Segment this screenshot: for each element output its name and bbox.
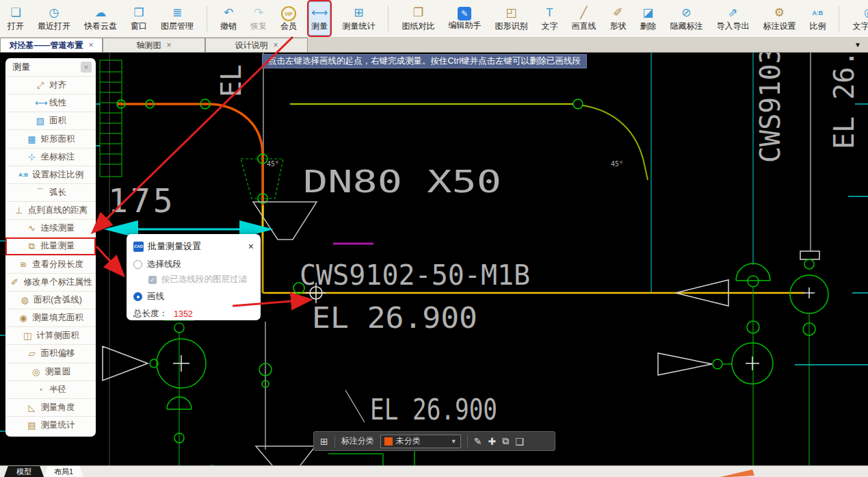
tab-close-icon[interactable]: × bbox=[166, 40, 171, 50]
toolbar-button-layer-manager[interactable]: ≣图层管理 bbox=[159, 1, 196, 36]
toolbar-button-label: 图纸对比 bbox=[402, 21, 434, 31]
sheet-tab-2[interactable]: 布局1 bbox=[44, 466, 83, 477]
toolbar-button-label: 打开 bbox=[8, 21, 24, 31]
cloud-disk-icon: ☁ bbox=[95, 6, 107, 21]
toolbar-button-vip[interactable]: VIP会员 bbox=[278, 1, 299, 36]
drawing-tab-3[interactable]: 设计说明× bbox=[205, 38, 308, 52]
annotation-scale-icon: A:B bbox=[18, 172, 29, 178]
point-to-line-distance-icon: ⊥ bbox=[14, 205, 25, 216]
tab-close-icon[interactable]: × bbox=[273, 40, 278, 50]
measure-panel-item-area[interactable]: ▨面积 bbox=[5, 112, 96, 129]
drawing-tab-label: 轴测图 bbox=[136, 40, 161, 51]
tab-close-icon[interactable]: × bbox=[88, 40, 93, 50]
delete-eraser-icon: ◪ bbox=[642, 6, 653, 21]
measure-panel-item-label: 测量填充面积 bbox=[32, 312, 83, 324]
toolbar-button-label: 测量 bbox=[311, 21, 328, 31]
total-length-value: 1352 bbox=[174, 309, 193, 319]
measure-panel-item-label: 测量圆 bbox=[45, 366, 71, 378]
copy-icon[interactable]: ⧉ bbox=[502, 435, 509, 447]
drawing-tab-1[interactable]: 对泾基——管道布置× bbox=[0, 38, 103, 52]
measure-panel-item-arc-length[interactable]: ⌒弧长 bbox=[5, 183, 96, 201]
toolbar-button-annotation-settings[interactable]: ⚙标注设置 bbox=[761, 1, 798, 36]
tab-list-dropdown-icon[interactable]: ▼ bbox=[854, 41, 868, 49]
toolbar-button-label: 会员 bbox=[280, 21, 297, 31]
sheet-tab-1[interactable]: 模型 bbox=[4, 466, 44, 477]
toolbar-button-import-export[interactable]: ⇗导入导出 bbox=[714, 1, 751, 36]
measure-panel-item-radius[interactable]: ◔半径 bbox=[5, 381, 96, 398]
measure-ruler-icon: ⟷ bbox=[311, 6, 328, 21]
measure-panel-item-continuous-measure[interactable]: ∿连续测量 bbox=[5, 219, 96, 237]
toolbar-items: ❏打开◷最近打开☁快看云盘❒窗口≣图层管理↶撤销↷恢复VIP会员⟷测量⊞测量统计… bbox=[0, 0, 868, 37]
toolbar-button-recent-clock[interactable]: ◷最近打开 bbox=[36, 1, 73, 36]
toolbar-button-shape-recognition[interactable]: ◰图形识别 bbox=[492, 1, 529, 36]
toolbar-button-window[interactable]: ❒窗口 bbox=[129, 1, 149, 36]
toolbar-button-edit-assistant[interactable]: ✎编辑助手 bbox=[446, 1, 483, 36]
category-dropdown[interactable]: 未分类 ▼ bbox=[380, 435, 461, 448]
annotation-category-bar: ⊞ 标注分类 未分类 ▼ ✎ ✚ ⧉ ❑ bbox=[313, 431, 555, 451]
toolbar-button-measure-stats[interactable]: ⊞测量统计 bbox=[340, 1, 377, 36]
option-draw-line[interactable]: 画线 bbox=[133, 291, 254, 302]
measure-panel-item-linear[interactable]: ⟷线性 bbox=[5, 94, 96, 112]
measure-panel-item-label: 面积 bbox=[49, 115, 66, 127]
measure-panel-item-annotation-scale[interactable]: A:B设置标注比例 bbox=[5, 166, 96, 183]
measure-panel-close-button[interactable]: × bbox=[81, 62, 92, 73]
radio-unchecked-icon[interactable] bbox=[133, 260, 142, 269]
toolbar-button-hide-annotation[interactable]: ⊘隐藏标注 bbox=[668, 1, 705, 36]
toolbar-button-drawing-compare[interactable]: ❐图纸对比 bbox=[399, 1, 436, 36]
measure-panel-item-area-with-arc[interactable]: ◍面积(含弧线) bbox=[5, 291, 96, 309]
checkbox-checked-icon[interactable]: ✓ bbox=[148, 276, 157, 284]
toolbar-button-draw-line[interactable]: ╱画直线 bbox=[569, 1, 598, 36]
toolbar-button-text-search[interactable]: ◎文字查找 bbox=[850, 1, 868, 36]
toolbar-button-shapes[interactable]: ✐形状 bbox=[607, 1, 628, 36]
shapes-icon: ✐ bbox=[613, 6, 622, 21]
dialog-title: 批量测量设置 bbox=[148, 240, 201, 253]
annotate-edit-icon[interactable]: ✎ bbox=[474, 436, 482, 447]
option-select-segment[interactable]: 选择线段 bbox=[133, 259, 254, 270]
radio-checked-icon[interactable] bbox=[133, 292, 142, 301]
align-icon: ⤢ bbox=[35, 80, 46, 91]
hide-annotation-icon: ⊘ bbox=[681, 6, 691, 21]
classification-grid-icon[interactable]: ⊞ bbox=[320, 436, 328, 447]
area-offset-icon: ▱ bbox=[27, 348, 38, 359]
toolbar-button-label: 画直线 bbox=[571, 21, 596, 31]
main-toolbar: ❏打开◷最近打开☁快看云盘❒窗口≣图层管理↶撤销↷恢复VIP会员⟷测量⊞测量统计… bbox=[0, 0, 868, 38]
label-pipe-id: CWS9102-50-M1B bbox=[300, 259, 530, 291]
measure-panel-item-fill-area-measure[interactable]: ◉测量填充面积 bbox=[5, 309, 96, 326]
paste-icon[interactable]: ❑ bbox=[515, 436, 524, 447]
toolbar-button-label: 撤销 bbox=[220, 21, 237, 31]
area-with-arc-icon: ◍ bbox=[19, 295, 30, 305]
measure-panel-item-align[interactable]: ⤢对齐 bbox=[5, 76, 96, 94]
toolbar-button-redo[interactable]: ↷恢复 bbox=[248, 1, 269, 36]
toolbar-button-folder-open[interactable]: ❏打开 bbox=[5, 1, 26, 36]
move-icon[interactable]: ✚ bbox=[488, 436, 496, 447]
drawing-tab-2[interactable]: 轴测图× bbox=[103, 38, 205, 52]
measure-panel-item-batch-measure[interactable]: ⧉批量测量 bbox=[5, 237, 96, 255]
fill-area-measure-icon: ◉ bbox=[18, 313, 29, 323]
text-icon: T bbox=[546, 6, 553, 21]
toolbar-button-cloud-disk[interactable]: ☁快看云盘 bbox=[82, 1, 119, 36]
measure-panel-item-point-to-line-distance[interactable]: ⊥点到直线的距离 bbox=[5, 201, 96, 219]
measure-panel-item-modify-single-annotation[interactable]: ✐修改单个标注属性 bbox=[5, 273, 96, 291]
option-layer-filter[interactable]: ✓ 按已选线段的图层过滤 bbox=[148, 274, 254, 285]
label-riser-id: CWS9103 bbox=[754, 47, 786, 163]
measure-panel-item-view-segment-length[interactable]: ≋查看分段长度 bbox=[5, 255, 96, 273]
dialog-close-button[interactable]: × bbox=[248, 241, 254, 252]
toolbar-button-measure-ruler[interactable]: ⟷测量 bbox=[308, 1, 330, 36]
measure-panel-item-area-offset[interactable]: ▱面积偏移 bbox=[5, 344, 96, 362]
measure-panel-item-measure-stats[interactable]: ▤测量统计 bbox=[5, 416, 96, 434]
toolbar-button-undo[interactable]: ↶撤销 bbox=[218, 1, 239, 36]
measure-panel-item-label: 面积(含弧线) bbox=[34, 294, 82, 306]
window-icon: ❒ bbox=[133, 6, 144, 21]
toolbar-button-scale-ab[interactable]: A:B比例 bbox=[807, 1, 828, 36]
toolbar-button-delete-eraser[interactable]: ◪删除 bbox=[637, 1, 658, 36]
measure-panel-item-measure-angle[interactable]: ◺测量角度 bbox=[5, 398, 96, 416]
measure-panel-item-coordinate-annotation[interactable]: ⊹坐标标注 bbox=[5, 148, 96, 166]
toolbar-button-text[interactable]: T文字 bbox=[539, 1, 560, 36]
coordinate-annotation-icon: ⊹ bbox=[27, 152, 38, 162]
measure-panel-item-rect-area[interactable]: ▦矩形面积 bbox=[5, 129, 96, 147]
drawing-tabs: 对泾基——管道布置×轴测图×设计说明× bbox=[0, 38, 308, 52]
cad-app-icon: CAD bbox=[133, 242, 144, 252]
measure-panel-item-measure-circle[interactable]: ◎测量圆 bbox=[5, 363, 96, 381]
measure-panel-item-side-area-calc[interactable]: ◫计算侧面积 bbox=[5, 326, 96, 344]
category-selected-value: 未分类 bbox=[396, 435, 447, 447]
